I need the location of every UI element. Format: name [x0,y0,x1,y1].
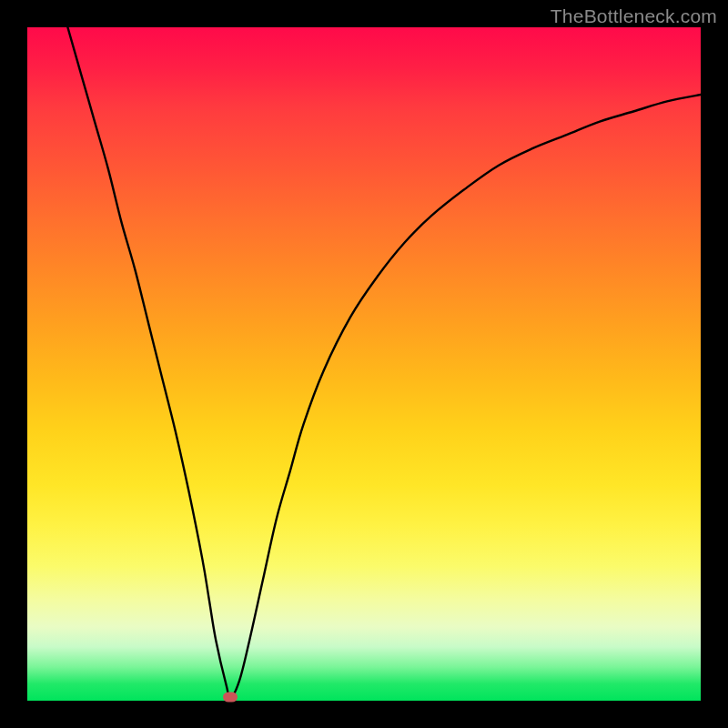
watermark-label: TheBottleneck.com [551,5,717,27]
curve-svg [27,27,701,701]
optimum-marker [223,693,238,703]
chart-frame: TheBottleneck.com [0,0,728,728]
plot-area [27,27,701,701]
bottleneck-curve [67,27,701,697]
